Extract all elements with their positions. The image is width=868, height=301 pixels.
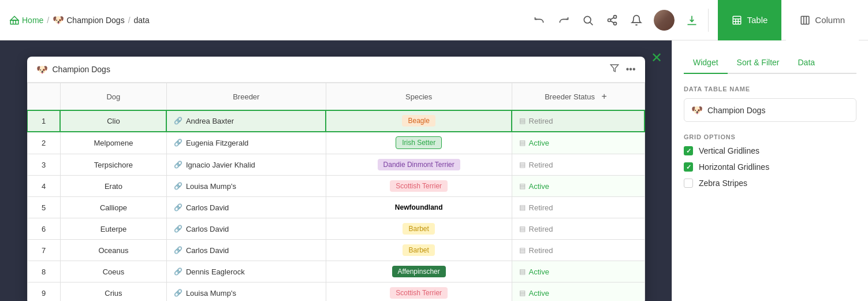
dog-name-cell: Clio — [60, 110, 166, 132]
species-cell: Beagle — [326, 110, 512, 132]
link-icon: 🔗 — [174, 182, 182, 190]
status-icon: ▤ — [519, 246, 526, 254]
add-column-button[interactable]: + — [597, 89, 612, 104]
table-view-button[interactable]: Table — [718, 0, 781, 40]
avatar-image — [654, 10, 675, 31]
avatar[interactable] — [654, 10, 675, 31]
row-number: 5 — [27, 197, 60, 218]
col-header-species[interactable]: Species — [326, 83, 512, 110]
breeder-name: Carlos David — [186, 225, 229, 233]
column-icon — [800, 15, 810, 25]
horizontal-gridlines-checkbox[interactable]: ✓ — [684, 162, 693, 172]
breadcrumb: Home / 🐶 Champion Dogs / data — [9, 14, 528, 25]
col-header-status[interactable]: Breeder Status + — [512, 83, 645, 110]
status-cell: ▤ Active — [512, 176, 645, 197]
breadcrumb-sep-2: / — [128, 16, 131, 25]
status-text: Retired — [529, 117, 553, 125]
status-cell: ▤ Active — [512, 261, 645, 283]
search-button[interactable] — [581, 13, 595, 27]
breadcrumb-app-name: Champion Dogs — [66, 16, 124, 25]
data-table: Dog Breeder Species Breeder Status + — [27, 83, 645, 301]
status-cell: ▤ Retired — [512, 218, 645, 240]
row-number: 4 — [27, 176, 60, 197]
breadcrumb-app[interactable]: 🐶 Champion Dogs — [53, 14, 124, 25]
row-number: 6 — [27, 218, 60, 240]
row-number: 1 — [27, 110, 60, 132]
widget-header: 🐶 Champion Dogs ••• — [27, 57, 645, 83]
zebra-stripes-checkbox[interactable] — [684, 179, 693, 188]
table-row[interactable]: 6 Euterpe 🔗 Carlos David Barbet ▤ Retire… — [27, 218, 645, 240]
tab-data-label: Data — [798, 58, 815, 67]
tab-sort-filter-label: Sort & Filter — [737, 58, 780, 67]
species-badge: Barbet — [403, 244, 434, 256]
table-row[interactable]: 7 Oceanus 🔗 Carlos David Barbet ▤ Retire… — [27, 240, 645, 261]
dog-name-cell: Euterpe — [60, 218, 166, 240]
home-link[interactable]: Home — [9, 15, 43, 25]
breadcrumb-sep-1: / — [47, 16, 49, 25]
tab-widget-label: Widget — [693, 58, 718, 67]
data-table-name-box[interactable]: 🐶 Champion Dogs — [684, 98, 856, 122]
table-row[interactable]: 3 Terpsichore 🔗 Ignacio Javier Khalid Da… — [27, 154, 645, 176]
col-header-dog[interactable]: Dog — [60, 83, 166, 110]
breeder-name: Carlos David — [186, 246, 229, 255]
row-number: 2 — [27, 132, 60, 154]
grid-option-zebra: Zebra Stripes — [684, 179, 856, 188]
breeder-name: Ignacio Javier Khalid — [186, 161, 255, 169]
close-button[interactable]: ✕ — [651, 50, 662, 66]
species-badge: Irish Setter — [396, 136, 442, 149]
breeder-name: Eugenia Fitzgerald — [186, 139, 248, 147]
col-header-breeder[interactable]: Breeder — [166, 83, 326, 110]
notifications-button[interactable] — [629, 13, 643, 27]
filter-icon[interactable] — [610, 64, 619, 75]
svg-rect-1 — [10, 20, 18, 24]
dog-name-cell: Melpomene — [60, 132, 166, 154]
more-options-icon[interactable]: ••• — [626, 64, 636, 75]
status-text: Retired — [529, 203, 553, 212]
topbar-actions — [532, 10, 699, 31]
vertical-gridlines-checkbox[interactable]: ✓ — [684, 146, 693, 155]
table-row[interactable]: 5 Calliope 🔗 Carlos David Newfoundland ▤… — [27, 197, 645, 218]
column-view-button[interactable]: Column — [786, 0, 859, 40]
status-icon: ▤ — [519, 182, 526, 190]
table-row[interactable]: 4 Erato 🔗 Louisa Mump's Scottish Terrier… — [27, 176, 645, 197]
topbar: Home / 🐶 Champion Dogs / data — [0, 0, 868, 40]
checkmark-icon: ✓ — [686, 147, 691, 155]
tab-data[interactable]: Data — [788, 52, 824, 74]
table-row[interactable]: 1 Clio 🔗 Andrea Baxter Beagle ▤ Retired — [27, 110, 645, 132]
status-icon: ▤ — [519, 289, 526, 297]
svg-line-7 — [611, 21, 614, 23]
status-icon: ▤ — [519, 203, 526, 211]
dog-name-cell: Erato — [60, 176, 166, 197]
svg-marker-0 — [10, 16, 18, 20]
share-button[interactable] — [605, 13, 619, 27]
tab-widget[interactable]: Widget — [684, 52, 728, 74]
row-number: 9 — [27, 283, 60, 302]
topbar-divider — [708, 9, 709, 32]
svg-line-3 — [590, 22, 593, 25]
link-icon: 🔗 — [174, 203, 182, 211]
home-label: Home — [22, 16, 43, 25]
breadcrumb-page-name: data — [134, 16, 150, 25]
horizontal-gridlines-label: Horizontal Gridlines — [699, 162, 769, 172]
redo-button[interactable] — [557, 13, 571, 27]
status-text: Active — [529, 139, 549, 147]
link-icon: 🔗 — [174, 246, 182, 254]
svg-point-5 — [608, 18, 611, 21]
vertical-gridlines-label: Vertical Gridlines — [699, 146, 759, 155]
species-badge: Dandie Dinmont Terrier — [378, 159, 460, 170]
species-cell: Dandie Dinmont Terrier — [326, 154, 512, 176]
widget-header-actions: ••• — [610, 64, 636, 75]
link-icon: 🔗 — [174, 267, 182, 276]
table-view-label: Table — [747, 15, 768, 25]
species-cell: Scottish Terrier — [326, 283, 512, 302]
table-row[interactable]: 8 Coeus 🔗 Dennis Eaglerock Affenpinscher… — [27, 261, 645, 283]
table-header-row: Dog Breeder Species Breeder Status + — [27, 83, 645, 110]
export-button[interactable] — [685, 13, 699, 27]
dog-icon: 🐶 — [53, 14, 64, 25]
tab-sort-filter[interactable]: Sort & Filter — [728, 52, 789, 74]
undo-button[interactable] — [532, 13, 546, 27]
dog-name-cell: Terpsichore — [60, 154, 166, 176]
table-row[interactable]: 9 Crius 🔗 Louisa Mump's Scottish Terrier… — [27, 283, 645, 302]
table-row[interactable]: 2 Melpomene 🔗 Eugenia Fitzgerald Irish S… — [27, 132, 645, 154]
data-table-dog-icon: 🐶 — [691, 105, 703, 116]
